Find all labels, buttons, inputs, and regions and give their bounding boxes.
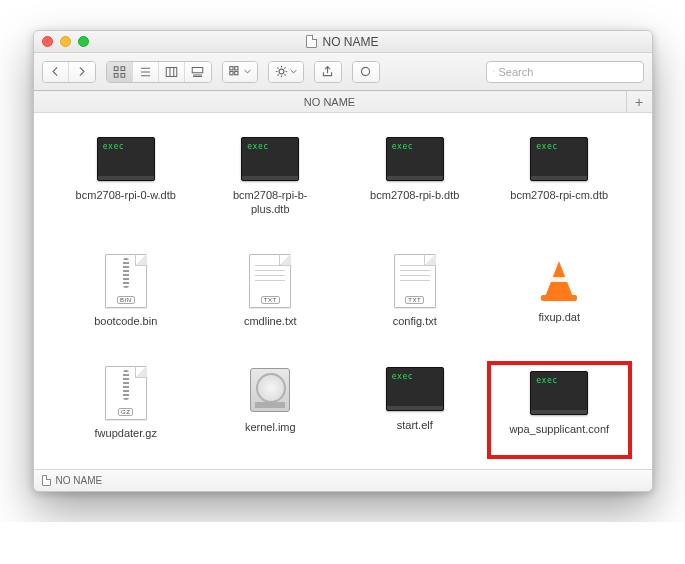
file-item[interactable]: execwpa_supplicant.conf — [487, 361, 632, 459]
column-view-button[interactable] — [159, 62, 185, 82]
svg-rect-0 — [114, 66, 118, 70]
file-name: wpa_supplicant.conf — [509, 423, 609, 437]
txt-icon: TXT — [384, 253, 446, 309]
search-field[interactable] — [486, 61, 644, 83]
file-name: bcm2708-rpi-0-w.dtb — [76, 189, 176, 203]
tab-bar: NO NAME + — [34, 91, 652, 113]
file-name: fixup.dat — [538, 311, 580, 325]
sd-card-icon — [306, 35, 317, 48]
columns-icon — [164, 66, 179, 78]
file-name: cmdline.txt — [244, 315, 297, 329]
svg-rect-2 — [114, 73, 118, 77]
back-button[interactable] — [43, 62, 69, 82]
chevron-left-icon — [49, 65, 62, 78]
svg-rect-14 — [234, 67, 237, 70]
file-name: kernel.img — [245, 421, 296, 435]
chevron-down-icon — [290, 65, 297, 78]
coverflow-icon — [190, 66, 205, 78]
new-tab-button[interactable]: + — [626, 91, 652, 112]
window-title: NO NAME — [34, 35, 652, 49]
nav-buttons — [42, 61, 96, 83]
forward-button[interactable] — [69, 62, 95, 82]
svg-point-17 — [279, 69, 284, 74]
file-item[interactable]: fixup.dat — [487, 249, 632, 347]
gz-icon: GZ — [95, 365, 157, 421]
txt-icon: TXT — [239, 253, 301, 309]
bin-icon: BIN — [95, 253, 157, 309]
vlc-icon — [528, 253, 590, 305]
file-item[interactable]: TXTconfig.txt — [343, 249, 488, 347]
list-view-button[interactable] — [133, 62, 159, 82]
svg-point-19 — [493, 71, 494, 72]
gallery-view-button[interactable] — [185, 62, 211, 82]
file-item[interactable]: execbcm2708-rpi-b-plus.dtb — [198, 131, 343, 235]
action-group — [268, 61, 304, 83]
exec-icon: exec — [528, 369, 590, 417]
file-item[interactable]: execbcm2708-rpi-b.dtb — [343, 131, 488, 235]
grid-icon — [112, 66, 127, 78]
file-item[interactable]: execstart.elf — [343, 361, 488, 459]
file-name: bcm2708-rpi-cm.dtb — [510, 189, 608, 203]
share-icon — [321, 65, 334, 78]
search-input[interactable] — [499, 66, 637, 78]
arrange-icon — [229, 65, 242, 78]
list-icon — [138, 66, 153, 78]
tag-icon — [359, 65, 372, 78]
tags-button[interactable] — [353, 62, 379, 82]
file-item[interactable]: execbcm2708-rpi-cm.dtb — [487, 131, 632, 235]
path-bar-label[interactable]: NO NAME — [56, 475, 103, 486]
file-item[interactable]: GZfwupdater.gz — [54, 361, 199, 459]
file-item[interactable]: TXTcmdline.txt — [198, 249, 343, 347]
file-name: bcm2708-rpi-b.dtb — [370, 189, 459, 203]
share-group — [314, 61, 342, 83]
svg-rect-15 — [229, 72, 232, 75]
tags-group — [352, 61, 380, 83]
chevron-right-icon — [75, 65, 88, 78]
file-name: start.elf — [397, 419, 433, 433]
file-name: fwupdater.gz — [95, 427, 157, 441]
icon-grid[interactable]: execbcm2708-rpi-0-w.dtbexecbcm2708-rpi-b… — [34, 113, 652, 469]
arrange-group — [222, 61, 258, 83]
svg-rect-10 — [192, 67, 203, 72]
svg-rect-1 — [121, 66, 125, 70]
arrange-button[interactable] — [223, 62, 257, 82]
tab-label[interactable]: NO NAME — [34, 96, 626, 108]
search-icon — [493, 66, 495, 77]
file-item[interactable]: execbcm2708-rpi-0-w.dtb — [54, 131, 199, 235]
svg-rect-7 — [166, 67, 177, 76]
path-bar: NO NAME — [34, 469, 652, 491]
svg-rect-3 — [121, 73, 125, 77]
svg-rect-13 — [229, 67, 232, 70]
svg-line-20 — [494, 72, 495, 73]
exec-icon: exec — [95, 135, 157, 183]
file-name: config.txt — [393, 315, 437, 329]
exec-icon: exec — [384, 365, 446, 413]
file-item[interactable]: kernel.img — [198, 361, 343, 459]
exec-icon: exec — [239, 135, 301, 183]
view-buttons — [106, 61, 212, 83]
action-button[interactable] — [269, 62, 303, 82]
sd-card-icon — [42, 475, 51, 486]
gear-icon — [275, 65, 288, 78]
exec-icon: exec — [384, 135, 446, 183]
titlebar[interactable]: NO NAME — [34, 31, 652, 53]
file-item[interactable]: BINbootcode.bin — [54, 249, 199, 347]
icon-view-button[interactable] — [107, 62, 133, 82]
window-title-text: NO NAME — [322, 35, 378, 49]
file-name: bcm2708-rpi-b-plus.dtb — [215, 189, 325, 217]
file-name: bootcode.bin — [94, 315, 157, 329]
svg-point-18 — [361, 67, 369, 75]
share-button[interactable] — [315, 62, 341, 82]
toolbar — [34, 53, 652, 91]
exec-icon: exec — [528, 135, 590, 183]
finder-window: NO NAME — [33, 30, 653, 492]
chevron-down-icon — [244, 65, 251, 78]
svg-rect-16 — [234, 72, 237, 75]
hdd-icon — [239, 365, 301, 415]
